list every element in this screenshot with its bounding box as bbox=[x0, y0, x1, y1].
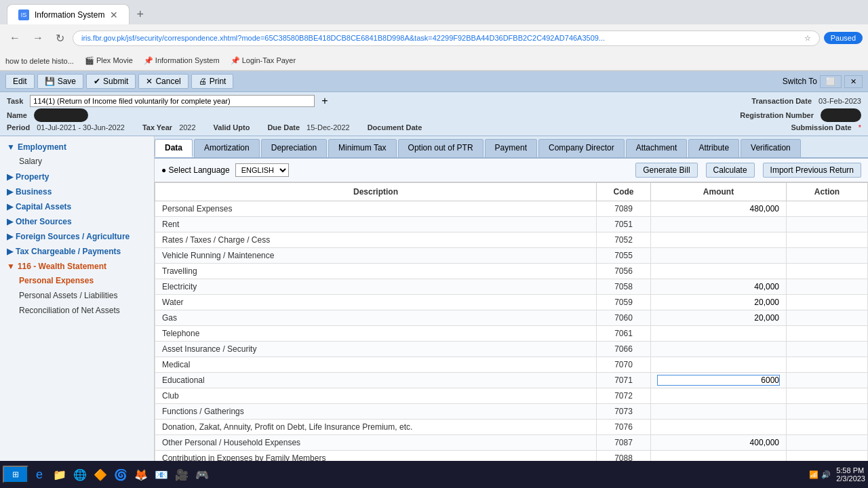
nav-forward-button[interactable]: → bbox=[28, 30, 47, 45]
taskbar-folder-icon[interactable]: 📁 bbox=[50, 465, 69, 484]
table-cell-amount[interactable] bbox=[651, 342, 787, 357]
star-icon[interactable]: ☆ bbox=[804, 34, 811, 43]
sidebar-item-personal-assets[interactable]: Personal Assets / Liabilities bbox=[0, 288, 154, 303]
generate-bill-button[interactable]: Generate Bill bbox=[635, 163, 697, 178]
sidebar-section-property[interactable]: ▶ Property bbox=[0, 169, 154, 184]
amount-input[interactable] bbox=[658, 313, 779, 323]
amount-input[interactable] bbox=[658, 375, 779, 385]
table-cell-amount[interactable] bbox=[651, 420, 787, 435]
clock-date: 2/3/2023 bbox=[836, 474, 865, 483]
amount-input[interactable] bbox=[658, 204, 779, 214]
taskbar-vlc-icon[interactable]: 🔶 bbox=[91, 465, 110, 484]
table-cell-amount[interactable] bbox=[651, 451, 787, 462]
sidebar-item-salary[interactable]: Salary bbox=[0, 154, 154, 169]
amount-input[interactable] bbox=[658, 235, 779, 245]
sidebar-section-business[interactable]: ▶ Business bbox=[0, 184, 154, 199]
amount-input[interactable] bbox=[658, 360, 779, 369]
table-cell-amount[interactable] bbox=[651, 232, 787, 248]
edit-button[interactable]: Edit bbox=[5, 74, 35, 89]
sidebar-section-wealth-statement[interactable]: ▼ 116 - Wealth Statement bbox=[0, 258, 154, 273]
table-cell-amount[interactable] bbox=[651, 310, 787, 326]
add-task-button[interactable]: + bbox=[321, 95, 328, 107]
table-cell-amount[interactable] bbox=[651, 435, 787, 451]
bookmark-item-3[interactable]: 📌 Information System bbox=[144, 56, 220, 65]
table-cell-amount[interactable] bbox=[651, 404, 787, 420]
taskbar-ie2-icon[interactable]: 🌐 bbox=[71, 465, 90, 484]
table-cell-amount[interactable] bbox=[651, 373, 787, 388]
table-cell-amount[interactable] bbox=[651, 248, 787, 264]
switch-to-maximize[interactable]: ⬜ bbox=[820, 75, 842, 88]
amount-input[interactable] bbox=[658, 344, 779, 354]
taskbar-app1-icon[interactable]: 📧 bbox=[152, 465, 171, 484]
table-row: Educational7071 bbox=[155, 373, 868, 388]
tab-verification[interactable]: Verification bbox=[741, 139, 801, 157]
personal-expenses-sidebar-label: Personal Expenses bbox=[19, 276, 94, 285]
tab-payment[interactable]: Payment bbox=[485, 139, 537, 157]
sidebar-section-tax-chargeable[interactable]: ▶ Tax Chargeable / Payments bbox=[0, 243, 154, 258]
address-bar[interactable]: iris.fbr.gov.pk/jsf/security/corresponde… bbox=[73, 30, 820, 46]
sidebar-item-reconciliation[interactable]: Reconciliation of Net Assets bbox=[0, 303, 154, 318]
amount-input[interactable] bbox=[658, 298, 779, 307]
active-tab[interactable]: IS Information System ✕ bbox=[7, 4, 130, 24]
tab-data[interactable]: Data bbox=[155, 139, 193, 157]
bookmark-item-1[interactable]: how to delete histo... bbox=[5, 57, 74, 65]
tab-attribute[interactable]: Attribute bbox=[688, 139, 739, 157]
paused-button[interactable]: Paused bbox=[824, 32, 863, 44]
tab-depreciation[interactable]: Depreciation bbox=[261, 139, 327, 157]
table-cell-amount[interactable] bbox=[651, 201, 787, 217]
table-cell-amount[interactable] bbox=[651, 295, 787, 310]
table-cell-amount[interactable] bbox=[651, 326, 787, 342]
tab-close-button[interactable]: ✕ bbox=[110, 9, 118, 20]
sidebar-section-employment[interactable]: ▼ Employment bbox=[0, 139, 154, 154]
tab-amortization[interactable]: Amortization bbox=[194, 139, 260, 157]
bookmark-item-2[interactable]: 🎬 Plex Movie bbox=[85, 56, 133, 65]
taskbar-ie-icon[interactable]: e bbox=[30, 465, 49, 484]
tab-minimum-tax[interactable]: Minimum Tax bbox=[328, 139, 396, 157]
print-button[interactable]: 🖨 Print bbox=[191, 74, 234, 89]
task-input[interactable] bbox=[30, 95, 315, 107]
cancel-button[interactable]: ✕ Cancel bbox=[138, 74, 188, 89]
taskbar-chrome-icon[interactable]: 🌀 bbox=[111, 465, 130, 484]
new-tab-button[interactable]: + bbox=[131, 7, 149, 22]
table-cell-amount[interactable] bbox=[651, 264, 787, 279]
table-cell-description: Club bbox=[155, 388, 597, 404]
sidebar-section-foreign-sources[interactable]: ▶ Foreign Sources / Agriculture bbox=[0, 228, 154, 243]
amount-input[interactable] bbox=[658, 438, 779, 447]
table-cell-amount[interactable] bbox=[651, 357, 787, 373]
tab-option-out-of-ptr[interactable]: Option out of PTR bbox=[398, 139, 484, 157]
table-cell-amount[interactable] bbox=[651, 388, 787, 404]
start-button[interactable]: ⊞ bbox=[3, 466, 28, 483]
save-button[interactable]: 💾 Save bbox=[37, 74, 83, 89]
table-cell-amount[interactable] bbox=[651, 217, 787, 232]
tab-attachment[interactable]: Attachment bbox=[626, 139, 688, 157]
tax-year-label: Tax Year bbox=[142, 123, 172, 131]
taskbar-app3-icon[interactable]: 🎮 bbox=[193, 465, 212, 484]
taskbar-app2-icon[interactable]: 🎥 bbox=[172, 465, 191, 484]
tab-company-director[interactable]: Company Director bbox=[538, 139, 625, 157]
table-cell-amount[interactable] bbox=[651, 279, 787, 295]
submit-button[interactable]: ✔ Submit bbox=[86, 74, 136, 89]
taskbar-firefox-icon[interactable]: 🦊 bbox=[132, 465, 151, 484]
nav-back-button[interactable]: ← bbox=[5, 30, 24, 45]
amount-input[interactable] bbox=[658, 407, 779, 416]
amount-input[interactable] bbox=[658, 329, 779, 338]
import-previous-return-button[interactable]: Import Previous Return bbox=[763, 163, 861, 178]
table-cell-description: Other Personal / Household Expenses bbox=[155, 435, 597, 451]
amount-input[interactable] bbox=[658, 266, 779, 276]
amount-input[interactable] bbox=[658, 422, 779, 432]
nav-refresh-button[interactable]: ↻ bbox=[52, 30, 68, 46]
sidebar-section-capital-assets[interactable]: ▶ Capital Assets bbox=[0, 199, 154, 214]
language-select[interactable]: ENGLISH URDU bbox=[235, 163, 289, 177]
table-cell-action bbox=[787, 404, 868, 420]
amount-input[interactable] bbox=[658, 391, 779, 401]
calculate-button[interactable]: Calculate bbox=[706, 163, 755, 178]
amount-input[interactable] bbox=[658, 220, 779, 229]
amount-input[interactable] bbox=[658, 251, 779, 260]
sidebar-section-other-sources[interactable]: ▶ Other Sources bbox=[0, 214, 154, 228]
bookmark-item-4[interactable]: 📌 Login-Tax Payer bbox=[231, 56, 296, 65]
table-cell-action bbox=[787, 435, 868, 451]
table-row: Asset Insurance / Security7066 bbox=[155, 342, 868, 357]
sidebar-item-personal-expenses[interactable]: Personal Expenses bbox=[0, 273, 154, 288]
switch-to-close[interactable]: ✕ bbox=[844, 75, 863, 88]
amount-input[interactable] bbox=[658, 282, 779, 291]
